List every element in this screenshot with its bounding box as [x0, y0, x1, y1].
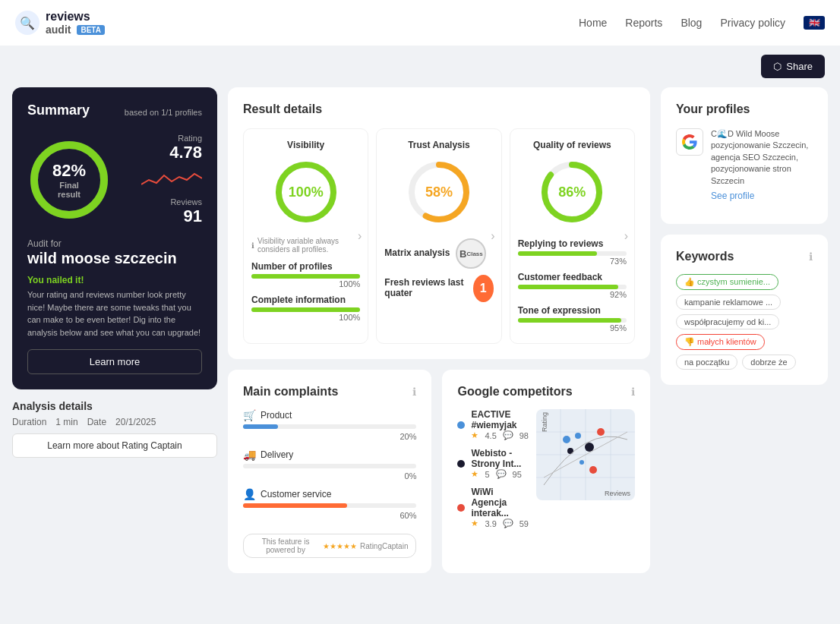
summary-right: Rating 4.78 Reviews 91: [123, 134, 202, 226]
share-button[interactable]: ⬡ Share: [761, 55, 825, 78]
reviews-row: Reviews 91: [123, 197, 202, 226]
customer-service-icon: 👤: [243, 488, 256, 500]
comp-item-3: WiWi Agencja interak... ★ 3.9 💬 59: [457, 487, 529, 528]
competitor-chart: Reviews Rating: [536, 409, 635, 500]
comp-rating-1: 4.5: [485, 431, 496, 440]
rating-value: 4.78: [169, 143, 202, 162]
keywords-info-icon[interactable]: ℹ: [809, 251, 813, 263]
b-class-badge: BClass: [456, 238, 486, 269]
competitors-list: EACTIVE #wiemyjak ★ 4.5 💬 98: [457, 409, 529, 536]
profile-text-1: C🌊D Wild Moose pozycjonowanie Szczecin, …: [711, 128, 813, 203]
delivery-pct: 0%: [243, 471, 416, 481]
trust-metric: Trust Analysis › 58% Matrix analysis BCl…: [376, 128, 501, 344]
keyword-5: na początku: [676, 355, 737, 370]
competitors-header: Google competitors ℹ: [457, 385, 635, 399]
keyword-1: 👍 czystym sumienie...: [676, 274, 778, 290]
visibility-metric: Visibility › 100% ℹVisibility variable a…: [243, 128, 368, 344]
competitors-info-icon[interactable]: ℹ: [631, 386, 635, 398]
fresh-reviews-label: Fresh reviews last quater: [384, 277, 466, 298]
final-label: Final result: [49, 181, 90, 199]
logo-area: 🔍 reviews audit BETA: [15, 10, 105, 36]
rating-label: Rating: [123, 134, 202, 143]
see-profile-link[interactable]: See profile: [711, 190, 813, 203]
complaints-header: Main complaints ℹ: [243, 385, 416, 399]
summary-card: Summary based on 1/1 profiles 82% Final …: [12, 87, 217, 389]
google-logo: [676, 128, 703, 156]
matrix-label: Matrix analysis: [384, 247, 450, 258]
svg-point-18: [579, 460, 584, 465]
visibility-label: Visibility: [287, 140, 324, 150]
competitors-title: Google competitors: [457, 385, 572, 399]
trust-submetrics: Matrix analysis BClass Fresh reviews las…: [384, 238, 493, 302]
customer-service-pct: 60%: [243, 511, 416, 520]
rating-chart: [123, 169, 202, 191]
keyword-2: kampanie reklamowe ...: [676, 295, 781, 310]
comp-info-1: EACTIVE #wiemyjak ★ 4.5 💬 98: [471, 409, 529, 440]
left-column: Summary based on 1/1 profiles 82% Final …: [12, 87, 217, 573]
nailed-text: Your rating and reviews number look pret…: [27, 288, 202, 339]
summary-donut: 82% Final result: [27, 138, 111, 222]
profiles-list: C🌊D Wild Moose pozycjonowanie Szczecin, …: [676, 128, 813, 209]
nav-blog[interactable]: Blog: [681, 17, 702, 29]
trust-circle: 58%: [405, 158, 473, 226]
keywords-grid: 👍 czystym sumienie... kampanie reklamowe…: [676, 274, 813, 370]
duration-label: Duration: [12, 417, 46, 427]
powered-brand: RatingCaptain: [360, 542, 408, 550]
nav-reports[interactable]: Reports: [625, 17, 662, 29]
quality-nav[interactable]: ›: [624, 229, 628, 243]
bottom-row: Main complaints ℹ 🛒 Product 20% 🚚 Delive…: [228, 370, 650, 573]
thumb-down-icon: 👎: [684, 337, 695, 346]
analysis-row: Duration 1 min Date 20/1/2025: [12, 417, 217, 427]
comp-dot-3: [457, 504, 465, 512]
reviews-label: Reviews: [123, 197, 202, 206]
learn-more-button[interactable]: Learn more: [27, 349, 202, 374]
nav-privacy[interactable]: Privacy policy: [720, 17, 785, 29]
delivery-label: Delivery: [261, 449, 293, 460]
comp-stats-2: ★ 5 💬 95: [471, 469, 529, 479]
result-grid: Visibility › 100% ℹVisibility variable a…: [243, 128, 635, 344]
date-label: Date: [87, 417, 106, 427]
visibility-submetrics: Number of profiles 100% Complete informa…: [251, 261, 360, 322]
complaint-product: 🛒 Product 20%: [243, 409, 416, 441]
quality-circle: 86%: [538, 158, 606, 226]
trust-nav[interactable]: ›: [491, 229, 494, 243]
share-icon: ⬡: [773, 61, 782, 72]
num-profiles-pct: 100%: [251, 279, 360, 288]
main-content: Summary based on 1/1 profiles 82% Final …: [0, 87, 840, 585]
comp-rating-3: 3.9: [485, 519, 496, 528]
flag-icon: 🇬🇧: [804, 16, 825, 30]
share-bar: ⬡ Share: [0, 46, 840, 87]
keyword-3: współpracujemy od ki...: [676, 314, 779, 329]
final-pct: 82%: [49, 161, 90, 181]
logo-line2: audit: [46, 24, 71, 36]
comp-name-2: Webisto - Strony Int...: [471, 448, 529, 469]
svg-point-17: [597, 428, 605, 436]
visibility-pct: 100%: [289, 184, 324, 200]
complaints-info-icon[interactable]: ℹ: [412, 386, 416, 398]
comp-name-3: WiWi Agencja interak...: [471, 487, 529, 518]
visibility-nav[interactable]: ›: [358, 229, 362, 243]
tone-label: Tone of expression: [518, 305, 627, 316]
rating-row: Rating 4.78: [123, 134, 202, 162]
complete-info-label: Complete information: [251, 295, 360, 305]
learn-captain-button[interactable]: Learn more about Rating Captain: [12, 433, 217, 458]
competitors-card: Google competitors ℹ EACTIVE #wiemyjak ★…: [442, 370, 650, 573]
summary-based: based on 1/1 profiles: [125, 108, 202, 117]
audit-for-label: Audit for: [27, 238, 202, 249]
chart-y-label: Rating: [541, 412, 548, 432]
summary-metrics: 82% Final result Rating 4.78: [27, 134, 202, 226]
svg-point-16: [585, 443, 594, 452]
complaints-title: Main complaints: [243, 385, 338, 399]
nav-home[interactable]: Home: [579, 17, 607, 29]
customer-service-label: Customer service: [261, 489, 331, 500]
comp-reviews-1: 98: [519, 431, 529, 440]
share-label: Share: [786, 61, 813, 72]
product-label: Product: [261, 410, 292, 421]
comp-name-1: EACTIVE #wiemyjak: [471, 409, 529, 430]
comp-item-2: Webisto - Strony Int... ★ 5 💬 95: [457, 448, 529, 479]
beta-badge: BETA: [77, 25, 104, 35]
comp-item-1: EACTIVE #wiemyjak ★ 4.5 💬 98: [457, 409, 529, 440]
keyword-4: 👎 małych klientów: [676, 334, 765, 350]
product-pct: 20%: [243, 432, 416, 441]
comp-info-2: Webisto - Strony Int... ★ 5 💬 95: [471, 448, 529, 479]
